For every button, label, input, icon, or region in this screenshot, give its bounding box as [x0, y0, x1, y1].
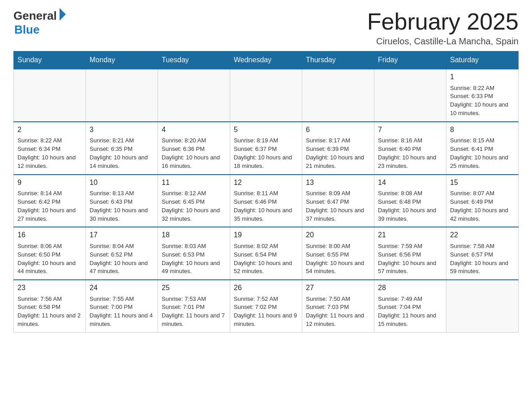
day-info: Sunrise: 8:06 AM Sunset: 6:50 PM Dayligh…: [17, 242, 82, 276]
calendar-cell: 12Sunrise: 8:11 AM Sunset: 6:46 PM Dayli…: [230, 175, 302, 227]
day-info: Sunrise: 7:53 AM Sunset: 7:01 PM Dayligh…: [162, 295, 226, 329]
day-number: 6: [306, 125, 370, 135]
calendar-cell: 4Sunrise: 8:20 AM Sunset: 6:36 PM Daylig…: [158, 122, 230, 175]
calendar-cell: 24Sunrise: 7:55 AM Sunset: 7:00 PM Dayli…: [86, 280, 158, 332]
day-info: Sunrise: 7:59 AM Sunset: 6:56 PM Dayligh…: [378, 242, 442, 276]
calendar-cell: [230, 69, 302, 122]
day-number: 5: [234, 125, 298, 135]
weekday-header-friday: Friday: [374, 51, 446, 69]
logo: General Blue: [13, 9, 66, 37]
calendar-cell: 18Sunrise: 8:03 AM Sunset: 6:53 PM Dayli…: [158, 227, 230, 280]
day-number: 16: [17, 230, 82, 240]
day-info: Sunrise: 7:50 AM Sunset: 7:03 PM Dayligh…: [306, 295, 370, 329]
calendar-cell: [158, 69, 230, 122]
day-number: 10: [90, 178, 154, 188]
calendar-cell: 13Sunrise: 8:09 AM Sunset: 6:47 PM Dayli…: [302, 175, 374, 227]
calendar-cell: [374, 69, 446, 122]
day-info: Sunrise: 8:13 AM Sunset: 6:43 PM Dayligh…: [90, 189, 154, 223]
calendar-cell: [446, 280, 519, 332]
day-number: 24: [90, 283, 154, 293]
day-number: 14: [378, 178, 442, 188]
logo-arrow-icon: [60, 8, 66, 21]
day-number: 22: [450, 230, 515, 240]
calendar-cell: 6Sunrise: 8:17 AM Sunset: 6:39 PM Daylig…: [302, 122, 374, 175]
day-number: 13: [306, 178, 370, 188]
calendar-cell: 2Sunrise: 8:22 AM Sunset: 6:34 PM Daylig…: [14, 122, 86, 175]
day-number: 25: [162, 283, 226, 293]
day-number: 27: [306, 283, 370, 293]
calendar-cell: 21Sunrise: 7:59 AM Sunset: 6:56 PM Dayli…: [374, 227, 446, 280]
day-number: 11: [162, 178, 226, 188]
calendar-cell: 9Sunrise: 8:14 AM Sunset: 6:42 PM Daylig…: [14, 175, 86, 227]
day-number: 12: [234, 178, 298, 188]
weekday-header-row: SundayMondayTuesdayWednesdayThursdayFrid…: [14, 51, 519, 69]
day-info: Sunrise: 8:14 AM Sunset: 6:42 PM Dayligh…: [17, 189, 82, 223]
calendar-cell: [14, 69, 86, 122]
calendar-cell: 7Sunrise: 8:16 AM Sunset: 6:40 PM Daylig…: [374, 122, 446, 175]
week-row-5: 23Sunrise: 7:56 AM Sunset: 6:58 PM Dayli…: [14, 280, 519, 332]
day-info: Sunrise: 8:09 AM Sunset: 6:47 PM Dayligh…: [306, 189, 370, 223]
calendar-cell: [86, 69, 158, 122]
week-row-2: 2Sunrise: 8:22 AM Sunset: 6:34 PM Daylig…: [14, 122, 519, 175]
day-number: 17: [90, 230, 154, 240]
day-info: Sunrise: 8:15 AM Sunset: 6:41 PM Dayligh…: [450, 137, 515, 170]
day-number: 7: [378, 125, 442, 135]
calendar-cell: 16Sunrise: 8:06 AM Sunset: 6:50 PM Dayli…: [14, 227, 86, 280]
week-row-4: 16Sunrise: 8:06 AM Sunset: 6:50 PM Dayli…: [14, 227, 519, 280]
day-number: 28: [378, 283, 442, 293]
calendar-cell: 27Sunrise: 7:50 AM Sunset: 7:03 PM Dayli…: [302, 280, 374, 332]
day-info: Sunrise: 8:16 AM Sunset: 6:40 PM Dayligh…: [378, 137, 442, 170]
day-number: 9: [17, 178, 82, 188]
calendar-cell: 15Sunrise: 8:07 AM Sunset: 6:49 PM Dayli…: [446, 175, 519, 227]
day-number: 20: [306, 230, 370, 240]
day-info: Sunrise: 8:22 AM Sunset: 6:34 PM Dayligh…: [17, 137, 82, 170]
day-info: Sunrise: 8:00 AM Sunset: 6:55 PM Dayligh…: [306, 242, 370, 276]
calendar-cell: 14Sunrise: 8:08 AM Sunset: 6:48 PM Dayli…: [374, 175, 446, 227]
location-subtitle: Ciruelos, Castille-La Mancha, Spain: [367, 36, 519, 47]
day-info: Sunrise: 8:08 AM Sunset: 6:48 PM Dayligh…: [378, 189, 442, 223]
week-row-1: 1Sunrise: 8:22 AM Sunset: 6:33 PM Daylig…: [14, 69, 519, 122]
day-info: Sunrise: 8:04 AM Sunset: 6:52 PM Dayligh…: [90, 242, 154, 276]
logo-general-text: General: [13, 9, 57, 23]
weekday-header-thursday: Thursday: [302, 51, 374, 69]
day-info: Sunrise: 8:17 AM Sunset: 6:39 PM Dayligh…: [306, 137, 370, 170]
month-title: February 2025: [367, 9, 519, 34]
calendar-cell: 20Sunrise: 8:00 AM Sunset: 6:55 PM Dayli…: [302, 227, 374, 280]
title-section: February 2025 Ciruelos, Castille-La Manc…: [367, 9, 519, 47]
day-number: 4: [162, 125, 226, 135]
week-row-3: 9Sunrise: 8:14 AM Sunset: 6:42 PM Daylig…: [14, 175, 519, 227]
day-info: Sunrise: 8:12 AM Sunset: 6:45 PM Dayligh…: [162, 189, 226, 223]
day-number: 15: [450, 178, 515, 188]
weekday-header-saturday: Saturday: [446, 51, 519, 69]
day-number: 1: [450, 72, 515, 82]
calendar-cell: 10Sunrise: 8:13 AM Sunset: 6:43 PM Dayli…: [86, 175, 158, 227]
day-number: 2: [17, 125, 82, 135]
day-number: 26: [234, 283, 298, 293]
weekday-header-wednesday: Wednesday: [230, 51, 302, 69]
calendar-table: SundayMondayTuesdayWednesdayThursdayFrid…: [13, 51, 519, 333]
calendar-cell: 28Sunrise: 7:49 AM Sunset: 7:04 PM Dayli…: [374, 280, 446, 332]
calendar-cell: [302, 69, 374, 122]
calendar-cell: 11Sunrise: 8:12 AM Sunset: 6:45 PM Dayli…: [158, 175, 230, 227]
day-info: Sunrise: 7:55 AM Sunset: 7:00 PM Dayligh…: [90, 295, 154, 329]
calendar-cell: 8Sunrise: 8:15 AM Sunset: 6:41 PM Daylig…: [446, 122, 519, 175]
day-info: Sunrise: 8:02 AM Sunset: 6:54 PM Dayligh…: [234, 242, 298, 276]
day-number: 8: [450, 125, 515, 135]
day-info: Sunrise: 7:52 AM Sunset: 7:02 PM Dayligh…: [234, 295, 298, 329]
calendar-cell: 3Sunrise: 8:21 AM Sunset: 6:35 PM Daylig…: [86, 122, 158, 175]
day-info: Sunrise: 8:11 AM Sunset: 6:46 PM Dayligh…: [234, 189, 298, 223]
day-info: Sunrise: 8:07 AM Sunset: 6:49 PM Dayligh…: [450, 189, 515, 223]
logo-blue-text: Blue: [14, 23, 39, 36]
calendar-cell: 25Sunrise: 7:53 AM Sunset: 7:01 PM Dayli…: [158, 280, 230, 332]
calendar-cell: 1Sunrise: 8:22 AM Sunset: 6:33 PM Daylig…: [446, 69, 519, 122]
day-info: Sunrise: 8:20 AM Sunset: 6:36 PM Dayligh…: [162, 137, 226, 170]
weekday-header-monday: Monday: [86, 51, 158, 69]
weekday-header-sunday: Sunday: [14, 51, 86, 69]
calendar-cell: 5Sunrise: 8:19 AM Sunset: 6:37 PM Daylig…: [230, 122, 302, 175]
day-number: 3: [90, 125, 154, 135]
day-number: 19: [234, 230, 298, 240]
page-header: General Blue February 2025 Ciruelos, Cas…: [13, 9, 519, 47]
calendar-cell: 23Sunrise: 7:56 AM Sunset: 6:58 PM Dayli…: [14, 280, 86, 332]
day-info: Sunrise: 8:21 AM Sunset: 6:35 PM Dayligh…: [90, 137, 154, 170]
day-number: 21: [378, 230, 442, 240]
